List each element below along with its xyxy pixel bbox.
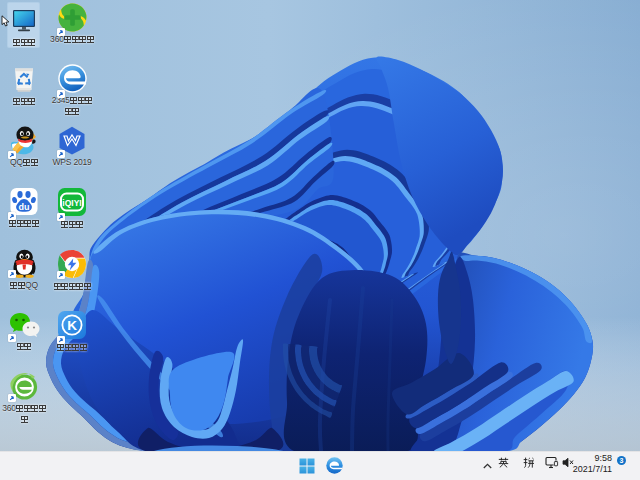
svg-text:K: K <box>67 318 77 333</box>
svg-text:du: du <box>19 202 30 212</box>
svg-text:iQIYI: iQIYI <box>62 198 81 208</box>
